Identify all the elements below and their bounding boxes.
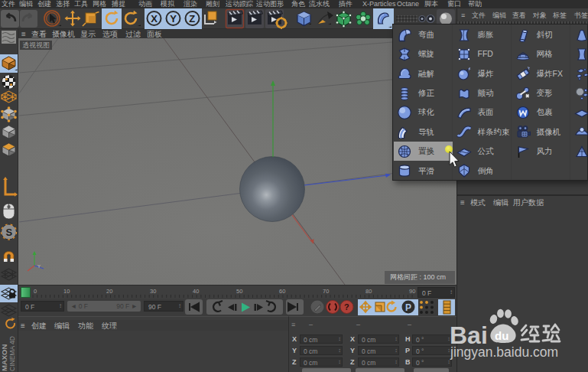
svg-text:10: 10 [63, 288, 70, 295]
svg-text:90: 90 [409, 288, 415, 295]
svg-text:Z: Z [189, 13, 195, 24]
svg-text:S: S [6, 227, 13, 238]
svg-text:40: 40 [193, 288, 199, 295]
svg-text:20: 20 [106, 288, 112, 295]
svg-text:Y: Y [170, 13, 177, 24]
svg-text:P: P [405, 302, 411, 313]
svg-text:jingyan.baidu.com: jingyan.baidu.com [450, 344, 558, 360]
svg-text:X: X [151, 13, 158, 24]
svg-text:30: 30 [150, 288, 156, 295]
svg-text:70: 70 [323, 288, 329, 295]
svg-text:MAXON: MAXON [0, 344, 8, 372]
svg-text:0: 0 [34, 288, 37, 295]
svg-text:?: ? [344, 302, 349, 312]
svg-text:60: 60 [279, 288, 285, 295]
svg-text:CINEMA 4D: CINEMA 4D [8, 336, 16, 371]
svg-text:du: du [495, 329, 508, 342]
svg-text:Y: Y [37, 264, 41, 269]
svg-text:80: 80 [365, 288, 372, 295]
svg-text:50: 50 [236, 288, 242, 295]
